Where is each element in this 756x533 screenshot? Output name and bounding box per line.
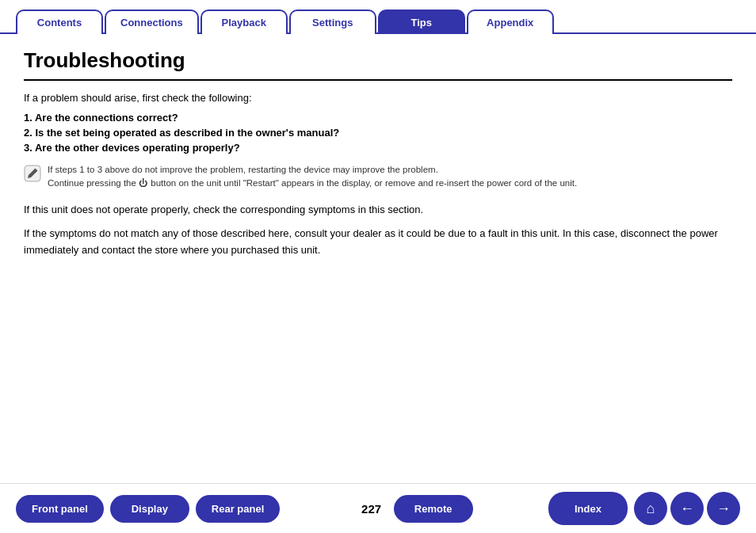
display-button[interactable]: Display [110,495,189,523]
footer-icon-buttons: ⌂ ← → [634,492,740,525]
footer-left-buttons: Front panel Display Rear panel [16,495,280,523]
main-content: Troubleshooting If a problem should aris… [0,34,756,483]
home-button[interactable]: ⌂ [634,492,667,525]
body-paragraph-1: If this unit does not operate properly, … [24,202,732,219]
checklist: 1. Are the connections correct?2. Is the… [24,112,732,154]
rear-panel-button[interactable]: Rear panel [196,495,280,523]
intro-text: If a problem should arise, first check t… [24,92,732,104]
note-text: If steps 1 to 3 above do not improve the… [48,163,577,191]
back-button[interactable]: ← [670,492,704,525]
note-line-2: Continue pressing the ⏻ button on the un… [48,177,577,190]
back-icon: ← [680,501,694,517]
checklist-item: 3. Are the other devices operating prope… [24,142,732,154]
index-button[interactable]: Index [548,492,628,525]
note-box: If steps 1 to 3 above do not improve the… [24,163,732,191]
tab-contents[interactable]: Contents [16,10,103,34]
pencil-icon [24,165,41,182]
tab-settings[interactable]: Settings [289,10,376,34]
tab-connections[interactable]: Connections [105,10,199,34]
front-panel-button[interactable]: Front panel [16,495,104,523]
checklist-item: 1. Are the connections correct? [24,112,732,124]
tab-appendix[interactable]: Appendix [467,10,554,34]
tabs-bar: ContentsConnectionsPlaybackSettingsTipsA… [0,0,756,34]
footer: Front panel Display Rear panel 227 Remot… [0,483,756,533]
page-title: Troubleshooting [24,48,732,81]
note-line-1: If steps 1 to 3 above do not improve the… [48,163,577,177]
footer-right-buttons: Index ⌂ ← → [548,492,740,525]
tab-playback[interactable]: Playback [200,10,288,34]
forward-icon: → [716,501,731,517]
forward-button[interactable]: → [707,492,740,525]
home-icon: ⌂ [647,501,655,517]
body-paragraph-2: If the symptoms do not match any of thos… [24,226,732,259]
remote-button[interactable]: Remote [394,495,473,523]
checklist-item: 2. Is the set being operated as describe… [24,127,732,139]
footer-center: 227 Remote [356,495,473,523]
page-number: 227 [356,502,388,516]
tab-tips[interactable]: Tips [378,10,465,34]
